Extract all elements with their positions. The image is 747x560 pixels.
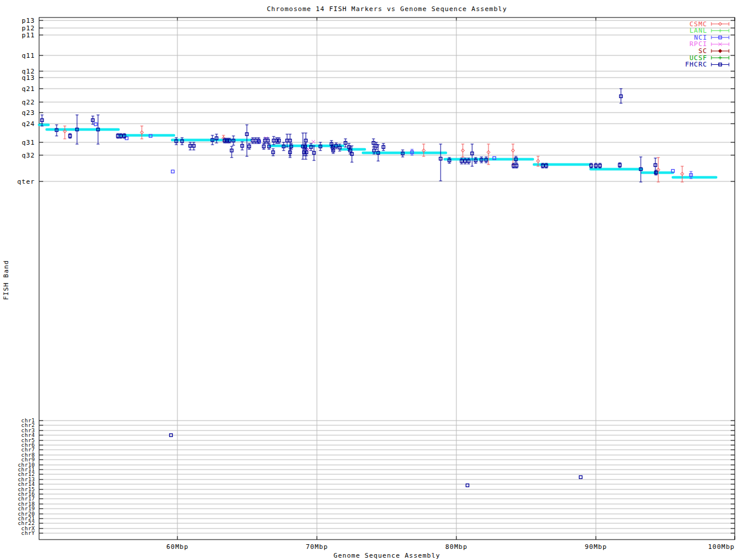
svg-text:q13: q13	[22, 74, 35, 82]
svg-text:q24: q24	[22, 120, 35, 128]
legend: CSMCLANLNCIRPCISCUCSFFHCRC	[685, 20, 729, 69]
svg-text:chrY: chrY	[21, 530, 35, 536]
svg-text:q23: q23	[22, 109, 35, 117]
svg-text:p13: p13	[22, 17, 35, 24]
svg-text:q21: q21	[22, 85, 35, 93]
svg-text:qter: qter	[18, 178, 36, 186]
svg-text:q22: q22	[22, 99, 35, 106]
svg-text:q31: q31	[22, 139, 35, 146]
svg-text:80Mbp: 80Mbp	[445, 543, 467, 551]
svg-text:q11: q11	[22, 52, 35, 60]
svg-text:FHCRC: FHCRC	[685, 61, 707, 68]
svg-text:p11: p11	[22, 32, 35, 39]
plot-canvas: 60Mbp70Mbp80Mbp90Mbp100Mbpp13p12p11q11q1…	[0, 0, 747, 560]
svg-text:100Mbp: 100Mbp	[708, 543, 735, 551]
lower-panel-points	[170, 434, 582, 487]
legend-entry-RPCI: RPCI	[690, 40, 729, 48]
svg-text:60Mbp: 60Mbp	[166, 543, 189, 551]
gnuplot-chart-page: { "title": "Chromosome 14 FISH Markers v…	[0, 0, 747, 560]
svg-text:90Mbp: 90Mbp	[585, 543, 607, 551]
svg-text:q32: q32	[22, 152, 35, 159]
svg-text:70Mbp: 70Mbp	[306, 543, 328, 551]
legend-entry-FHCRC: FHCRC	[685, 61, 729, 68]
